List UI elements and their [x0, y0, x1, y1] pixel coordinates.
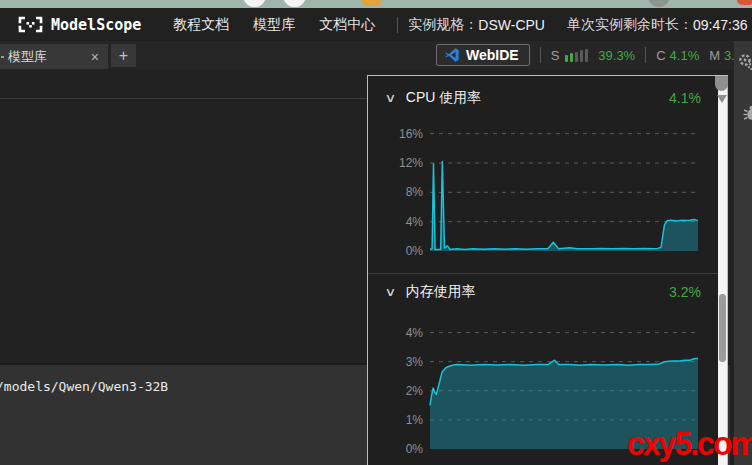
theme-decoration-circle	[648, 0, 670, 7]
tab-icon	[1, 56, 4, 58]
remaining-time-label: 单次实例剩余时长：	[567, 16, 693, 34]
svg-text:4%: 4%	[406, 326, 424, 340]
tab-bar: 模型库 × + WebIDE S 39.3% C 4.1% M 3.2%	[0, 41, 752, 69]
storage-gauge-bars	[565, 49, 590, 62]
gear-icon[interactable]	[738, 53, 752, 70]
cpu-stat-label: C	[656, 48, 665, 63]
editor-content-area	[0, 69, 367, 363]
modelscope-logo-icon	[17, 16, 44, 33]
menu-item-models[interactable]: 模型库	[241, 16, 307, 34]
instance-spec-label: 实例规格：	[408, 16, 478, 34]
gauge-bar	[575, 52, 578, 62]
close-tab-icon[interactable]: ×	[91, 49, 99, 65]
divider	[0, 98, 367, 99]
divider	[645, 47, 646, 63]
theme-decoration-circle	[283, 0, 306, 7]
svg-text:0%: 0%	[406, 244, 424, 258]
menu-item-doc-center[interactable]: 文档中心	[307, 16, 387, 34]
resource-monitor-panel: ∨ CPU 使用率 4.1% 0%4%8%12%16% ∨ 内存使用率 3.2%…	[367, 75, 728, 465]
webide-vscode-icon	[444, 47, 460, 63]
cpu-stat-value: 4.1%	[670, 48, 700, 63]
scrollbar-thumb[interactable]	[719, 294, 726, 362]
svg-text:3%: 3%	[406, 355, 424, 369]
instance-spec: 实例规格： DSW-CPU	[408, 16, 545, 34]
bug-debug-icon[interactable]	[743, 105, 752, 122]
webide-button[interactable]: WebIDE	[436, 44, 530, 66]
cpu-usage-chart: 0%4%8%12%16%	[392, 119, 700, 267]
menu-item-docs[interactable]: 教程文档	[161, 16, 241, 34]
scrollbar-arrow-icon	[717, 95, 727, 103]
svg-text:0%: 0%	[406, 442, 424, 456]
divider	[397, 17, 398, 33]
terminal-path-text: /models/Qwen/Qwen3-32B	[0, 379, 168, 394]
memory-current-value: 3.2%	[669, 284, 701, 300]
gauge-bar	[570, 53, 573, 62]
svg-text:1%: 1%	[406, 413, 424, 427]
panel-scrollbar[interactable]	[718, 76, 727, 465]
gauge-bar	[580, 50, 583, 62]
cpu-section-title: CPU 使用率	[406, 89, 481, 107]
storage-gauge-label: S	[551, 48, 560, 63]
gauge-bar	[585, 49, 588, 62]
toolbar-right-cluster: WebIDE S 39.3% C 4.1% M 3.2%	[436, 41, 752, 69]
new-tab-button[interactable]: +	[111, 44, 136, 67]
main-menu: 教程文档 模型库 文档中心	[161, 16, 387, 34]
svg-text:4%: 4%	[406, 215, 424, 229]
mem-stat-label: M	[709, 48, 720, 63]
instance-spec-value: DSW-CPU	[478, 17, 545, 33]
svg-text:12%: 12%	[399, 156, 423, 170]
svg-text:8%: 8%	[406, 185, 424, 199]
tab-label: 模型库	[8, 48, 47, 66]
dsw-window: ModelScope 教程文档 模型库 文档中心 实例规格： DSW-CPU 单…	[0, 0, 752, 465]
divider	[540, 47, 541, 63]
modelscope-logo-text: ModelScope	[51, 16, 141, 34]
remaining-time: 单次实例剩余时长： 09:47:36	[567, 16, 748, 34]
cpu-section-header[interactable]: ∨ CPU 使用率 4.1%	[386, 89, 701, 107]
theme-decoration-badge	[362, 0, 381, 6]
svg-text:2%: 2%	[406, 384, 424, 398]
tab-model-library[interactable]: 模型库 ×	[0, 44, 108, 69]
watermark-text: cxy5.com	[627, 426, 752, 464]
scrollbar-top-knob	[715, 76, 728, 91]
theme-decoration-circle	[243, 0, 266, 7]
theme-decoration-badge	[737, 0, 752, 5]
storage-gauge-value: 39.3%	[598, 48, 635, 63]
cpu-current-value: 4.1%	[669, 90, 701, 106]
svg-text:16%: 16%	[399, 127, 423, 141]
gauge-bar	[565, 55, 568, 62]
webide-label: WebIDE	[466, 47, 519, 63]
chevron-down-icon[interactable]: ∨	[384, 91, 396, 105]
memory-section-title: 内存使用率	[406, 283, 476, 301]
activity-bar	[734, 41, 752, 465]
remaining-time-value: 09:47:36	[693, 17, 748, 33]
top-navigation-bar: ModelScope 教程文档 模型库 文档中心 实例规格： DSW-CPU 单…	[0, 8, 752, 41]
divider	[368, 273, 727, 274]
memory-section-header[interactable]: ∨ 内存使用率 3.2%	[386, 283, 701, 301]
chevron-down-icon[interactable]: ∨	[384, 285, 396, 299]
modelscope-logo[interactable]: ModelScope	[17, 16, 141, 34]
browser-theme-strip	[0, 0, 752, 8]
